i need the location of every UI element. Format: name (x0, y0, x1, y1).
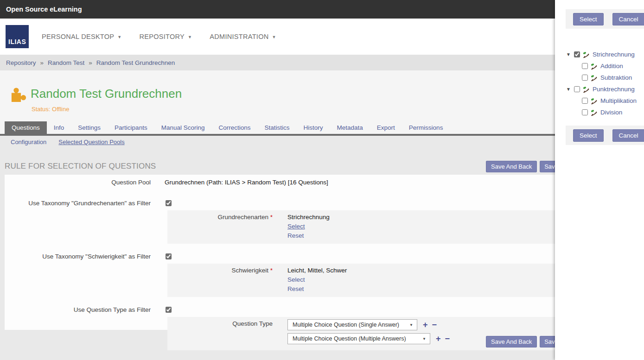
question-type-filter-label: Use Question Type as Filter (5, 306, 158, 313)
tree-node-subtraktion: Subtraktion (555, 72, 644, 83)
question-type-label: Question Type (167, 319, 273, 327)
tree-expander-icon[interactable]: ▼ (566, 87, 574, 92)
tree-node-checkbox[interactable] (582, 98, 588, 104)
panel-cancel-button[interactable]: Cancel (612, 129, 644, 142)
question-type-select[interactable]: Multiple Choice Question (Single Answer)… (287, 319, 417, 330)
taxonomy-select-panel: Select Cancel ▼StrichrechnungAdditionSub… (555, 0, 644, 360)
taxonomy1-filter-checkbox[interactable] (166, 200, 172, 206)
nav-item-personal-desktop[interactable]: PERSONAL DESKTOP▼ (42, 33, 122, 40)
add-question-type-icon[interactable]: + (436, 335, 441, 343)
taxonomy-node-icon (590, 63, 598, 70)
taxonomy-node-icon (582, 86, 590, 93)
taxonomy1-filter-row: Use Taxonomy "Grundrechenarten" as Filte… (5, 198, 644, 208)
tree-node-punktrechnung: ▼Punktrechnung (555, 83, 644, 95)
ilias-logo[interactable]: ILIAS (6, 25, 29, 48)
schwierigkeit-label: Schwierigkeit * (167, 266, 273, 274)
question-type-select-row: Multiple Choice Question (Multiple Answe… (287, 333, 450, 344)
save-and-back-button[interactable]: Save And Back (486, 336, 537, 347)
panel-select-button[interactable]: Select (573, 13, 604, 25)
breadcrumb-item-random-test-grundrechnen[interactable]: Random Test Grundrechnen (96, 59, 175, 66)
tab-bar: QuestionsInfoSettingsParticipantsManual … (5, 121, 644, 134)
grundrechenarten-select-link[interactable]: Select (287, 223, 305, 230)
save-and-back-button[interactable]: Save And Back (486, 161, 537, 172)
rule-form: Question Pool Grundrechnen (Path: ILIAS … (5, 175, 644, 330)
add-question-type-icon[interactable]: + (423, 321, 428, 329)
app-title: Open Source eLearning (6, 6, 82, 13)
panel-top-toolbar: Select Cancel (566, 9, 644, 29)
breadcrumb-item-random-test[interactable]: Random Test (48, 59, 84, 66)
grundrechenarten-value: Strichrechnung (287, 213, 330, 222)
grundrechenarten-label: Grundrechenarten * (167, 213, 273, 221)
tree-node-checkbox[interactable] (582, 63, 588, 69)
status-text: Status: Offline (32, 106, 69, 113)
grundrechenarten-reset-link[interactable]: Reset (287, 232, 304, 239)
page-title: Random Test Grundrechnen (31, 87, 182, 101)
question-type-select[interactable]: Multiple Choice Question (Multiple Answe… (287, 333, 430, 344)
section-title: RULE FOR SELECTION OF QUESTIONS (5, 162, 156, 171)
taxonomy2-filter-row: Use Taxonomy "Schwierigkeit" as Filter (5, 251, 644, 261)
question-type-filter-checkbox[interactable] (166, 307, 172, 313)
taxonomy2-filter-checkbox[interactable] (166, 253, 172, 259)
tab-settings[interactable]: Settings (71, 121, 108, 134)
tab-permissions[interactable]: Permissions (402, 121, 450, 134)
nav-item-repository[interactable]: REPOSITORY▼ (140, 33, 192, 40)
breadcrumb-separator: » (40, 59, 44, 66)
subtab-bar: ConfigurationSelected Question Pools (11, 139, 125, 145)
breadcrumb-separator: » (89, 59, 92, 66)
tab-statistics[interactable]: Statistics (258, 121, 297, 134)
tree-node-checkbox[interactable] (574, 51, 580, 57)
chevron-down-icon: ▼ (188, 35, 192, 39)
taxonomy2-filter-label: Use Taxonomy "Schwierigkeit" as Filter (5, 253, 158, 260)
tree-node-addition: Addition (555, 60, 644, 72)
tree-node-label[interactable]: Strichrechnung (593, 51, 635, 58)
tab-underline-bar (0, 134, 644, 136)
breadcrumb: Repository»Random Test»Random Test Grund… (0, 55, 644, 70)
subtab-configuration[interactable]: Configuration (11, 139, 46, 145)
remove-question-type-icon[interactable]: − (432, 321, 437, 329)
panel-bottom-toolbar: Select Cancel (566, 126, 644, 145)
tree-node-checkbox[interactable] (582, 75, 588, 81)
panel-select-button[interactable]: Select (573, 129, 604, 142)
panel-cancel-button[interactable]: Cancel (612, 13, 644, 25)
tab-metadata[interactable]: Metadata (330, 121, 370, 134)
tab-history[interactable]: History (297, 121, 330, 134)
schwierigkeit-value: Leicht, Mittel, Schwer (287, 266, 347, 275)
required-mark: * (270, 214, 273, 221)
chevron-down-icon: ▼ (117, 35, 121, 39)
tree-node-label[interactable]: Addition (600, 63, 623, 69)
tree-node-label[interactable]: Division (600, 109, 622, 116)
taxonomy-node-icon (590, 74, 598, 82)
tab-export[interactable]: Export (370, 121, 402, 134)
question-type-filter-row: Use Question Type as Filter (5, 304, 644, 315)
schwierigkeit-reset-link[interactable]: Reset (287, 285, 304, 292)
breadcrumb-item-repository[interactable]: Repository (6, 59, 36, 66)
question-pool-value: Grundrechnen (Path: ILIAS > Random Test)… (165, 179, 328, 186)
nav-item-administration[interactable]: ADMINISTRATION▼ (210, 33, 276, 40)
taxonomy-node-icon (582, 51, 590, 58)
question-type-select-row: Multiple Choice Question (Single Answer)… (287, 319, 450, 330)
subtab-selected-question-pools[interactable]: Selected Question Pools (58, 139, 124, 145)
taxonomy-node-icon (590, 109, 598, 116)
tree-node-label[interactable]: Subtraktion (600, 74, 632, 81)
tree-node-label[interactable]: Multiplikation (600, 97, 637, 104)
schwierigkeit-select-link[interactable]: Select (287, 276, 305, 283)
required-mark: * (270, 267, 273, 274)
tree-node-label[interactable]: Punktrechnung (593, 86, 635, 93)
puzzle-icon (8, 85, 27, 107)
taxonomy-tree: ▼StrichrechnungAdditionSubtraktion▼Punkt… (555, 49, 644, 118)
tab-manual-scoring[interactable]: Manual Scoring (154, 121, 212, 134)
select-caret-icon: ▼ (418, 337, 426, 341)
main-nav: PERSONAL DESKTOP▼REPOSITORY▼ADMINISTRATI… (42, 19, 276, 55)
tab-participants[interactable]: Participants (108, 121, 154, 134)
tree-node-checkbox[interactable] (574, 86, 580, 92)
tree-node-checkbox[interactable] (582, 109, 588, 115)
top-bar: Open Source eLearning (0, 0, 644, 19)
tree-expander-icon[interactable]: ▼ (566, 52, 574, 57)
taxonomy1-filter-label: Use Taxonomy "Grundrechenarten" as Filte… (5, 200, 158, 207)
tab-questions[interactable]: Questions (5, 121, 47, 134)
question-pool-row: Question Pool Grundrechnen (Path: ILIAS … (5, 179, 644, 186)
tree-node-division: Division (555, 107, 644, 118)
remove-question-type-icon[interactable]: − (445, 335, 450, 343)
tab-corrections[interactable]: Corrections (211, 121, 257, 134)
tab-info[interactable]: Info (47, 121, 71, 134)
